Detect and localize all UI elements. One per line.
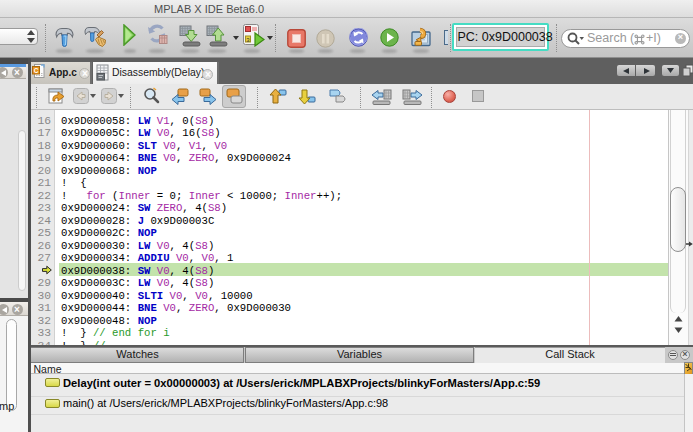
svg-text:C: C: [34, 67, 39, 74]
